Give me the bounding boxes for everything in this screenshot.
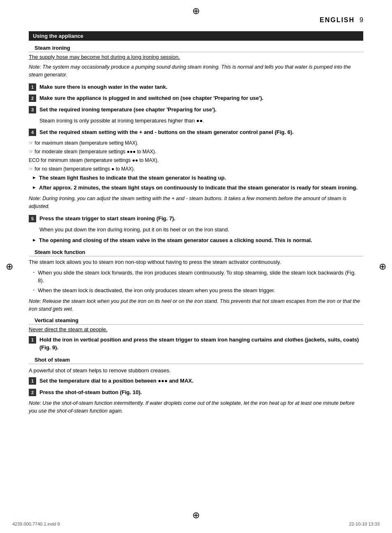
step-5-num: 5 [29, 215, 36, 222]
arrow-icon-3: ▸ [33, 237, 36, 243]
steam-ironing-heading: Steam ironing [29, 45, 363, 52]
bullet-3: ▸ The opening and closing of the steam v… [33, 236, 363, 245]
step-1-num: 1 [29, 83, 36, 91]
dash-2-text: When the steam lock is deactivated, the … [38, 286, 275, 295]
arrow-icon-2: ▸ [33, 184, 36, 190]
icon-moderate: ☞ for moderate steam (temperature settin… [29, 148, 363, 155]
note4: Note: Use the shot-of-steam function int… [29, 399, 363, 415]
step-5-block: 5 Press the steam trigger to start steam… [29, 215, 363, 245]
step-5-text: Press the steam trigger to start steam i… [39, 215, 175, 223]
bullet-1-text: The steam light flashes to indicate that… [39, 174, 226, 182]
crosshair-top-icon: ⊕ [192, 6, 200, 16]
icon-no: ☞ for no steam (temperature settings ● t… [29, 165, 363, 173]
vertical-step-1-text: Hold the iron in vertical position and p… [39, 336, 363, 352]
content-area: Using the appliance Steam ironing The su… [29, 31, 363, 415]
step-4-text: Set the required steam setting with the … [39, 128, 294, 136]
step-2-num: 2 [29, 95, 36, 102]
shot-step-2-text: Press the shot-of-steam button (Fig. 10)… [39, 388, 142, 397]
crosshair-bottom-icon: ⊕ [192, 510, 200, 521]
step-3-num: 3 [29, 106, 36, 113]
step-2-block: 2 Make sure the appliance is plugged in … [29, 94, 363, 102]
shot-step-1-block: 1 Set the temperature dial to a position… [29, 377, 363, 385]
step-5-inner: 5 Press the steam trigger to start steam… [29, 215, 363, 223]
steam-lock-heading: Steam lock function [29, 249, 363, 256]
note2: Note: During ironing, you can adjust the… [29, 195, 363, 210]
dash-2: - When the steam lock is deactivated, th… [33, 286, 363, 295]
shot-step-1-num: 1 [29, 377, 36, 385]
step-3-inner: 3 Set the required ironing temperature (… [29, 106, 363, 114]
bullet-1: ▸ The steam light flashes to indicate th… [33, 174, 363, 182]
note1: Note: The system may occasionally produc… [29, 63, 363, 79]
page-number: 9 [360, 16, 363, 24]
page-header: ENGLISH 9 [29, 16, 363, 24]
icon-max: ☞ for maximum steam (temperature setting… [29, 139, 363, 147]
step-5-sub: When you put down the iron during ironin… [39, 226, 363, 234]
dash-1-text: When you slide the steam lock forwards, … [38, 269, 363, 285]
note3: Note: Release the steam lock when you pu… [29, 298, 363, 313]
steam-lock-intro: The steam lock allows you to steam iron … [29, 258, 363, 266]
bullet-2: ▸ After approx. 2 minutes, the steam lig… [33, 184, 363, 192]
shot-of-steam-heading: Shot of steam [29, 357, 363, 364]
vertical-steaming-heading: Vertical steaming [29, 317, 363, 325]
step-1-text: Make sure there is enough water in the w… [39, 83, 167, 91]
section-heading-text: Using the appliance [33, 33, 83, 39]
vertical-step-1-num: 1 [29, 336, 36, 344]
icon-eco: ECO for minimum steam (temperature setti… [29, 157, 363, 164]
vertical-step-1-block: 1 Hold the iron in vertical position and… [29, 336, 363, 352]
step-4-block: 4 Set the required steam setting with th… [29, 128, 363, 192]
dash-1: - When you slide the steam lock forwards… [33, 269, 363, 285]
page: ⊕ ⊕ ⊕ ENGLISH 9 Using the appliance Stea… [0, 0, 392, 533]
step-1-block: 1 Make sure there is enough water in the… [29, 83, 363, 91]
never-direct-text: Never direct the steam at people. [29, 326, 363, 332]
shot-step-2-block: 2 Press the shot-of-steam button (Fig. 1… [29, 388, 363, 397]
step-3-block: 3 Set the required ironing temperature (… [29, 106, 363, 125]
step-4-inner: 4 Set the required steam setting with th… [29, 128, 363, 136]
dash-sym-2: - [33, 286, 35, 293]
shot-step-2-num: 2 [29, 389, 36, 396]
step-2-text: Make sure the appliance is plugged in an… [39, 94, 263, 102]
arrow-icon-1: ▸ [33, 174, 36, 180]
footer-right: 22-10-10 13:33 [349, 521, 380, 526]
footer: 4239.000.7740.1.indd 9 22-10-10 13:33 [0, 521, 392, 526]
vertical-step-1-inner: 1 Hold the iron in vertical position and… [29, 336, 363, 352]
shot-step-1-text: Set the temperature dial to a position b… [39, 377, 194, 385]
step-4-num: 4 [29, 129, 36, 136]
footer-left: 4239.000.7740.1.indd 9 [12, 521, 60, 526]
bullet-2-text: After approx. 2 minutes, the steam light… [39, 184, 357, 192]
crosshair-right-icon: ⊕ [379, 261, 386, 272]
dash-sym-1: - [33, 269, 35, 275]
language-label: ENGLISH [320, 16, 355, 24]
step-3-text: Set the required ironing temperature (se… [39, 106, 217, 114]
bullet-3-text: The opening and closing of the steam val… [39, 236, 312, 245]
section-heading-bar: Using the appliance [29, 31, 363, 41]
shot-intro: A powerful shot of steam helps to remove… [29, 367, 363, 375]
step-3-sub: Steam ironing is only possible at ironin… [39, 117, 363, 125]
supply-hose-warning: The supply hose may become hot during a … [29, 54, 363, 60]
crosshair-left-icon: ⊕ [6, 261, 13, 272]
